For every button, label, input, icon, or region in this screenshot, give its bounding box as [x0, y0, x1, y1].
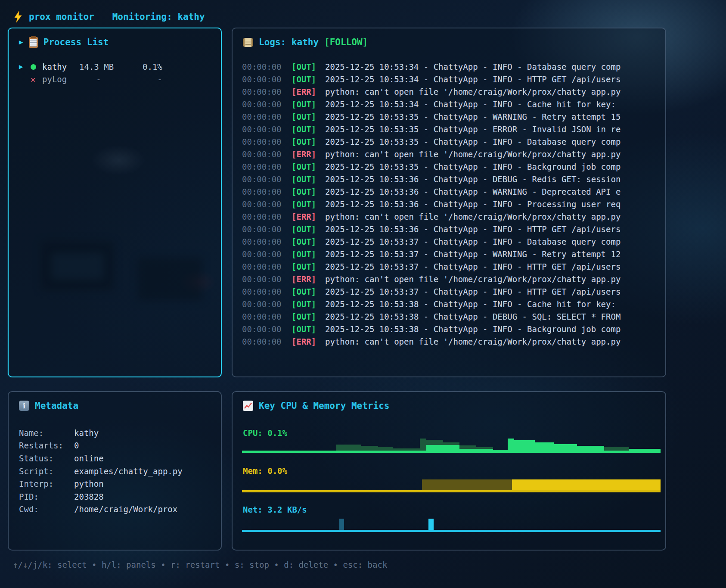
log-line: 00:00:00[OUT]2025-12-25 10:53:35 - Chatt…	[242, 110, 658, 123]
log-line: 00:00:00[OUT]2025-12-25 10:53:34 - Chatt…	[242, 98, 658, 110]
log-message: 2025-12-25 10:53:34 - ChattyApp - INFO -…	[325, 100, 658, 109]
log-line: 00:00:00[OUT]2025-12-25 10:53:36 - Chatt…	[242, 173, 658, 185]
log-line: 00:00:00[OUT]2025-12-25 10:53:35 - Chatt…	[242, 160, 658, 173]
log-timestamp: 00:00:00	[242, 224, 282, 234]
metadata-title: Metadata	[35, 401, 78, 411]
log-message: python: can't open file '/home/craig/Wor…	[325, 337, 658, 346]
log-message: 2025-12-25 10:53:38 - ChattyApp - INFO -…	[325, 299, 658, 309]
cpu_history-segment-dim	[443, 442, 460, 445]
net_history-segment-dim	[339, 519, 344, 530]
cpu_history-segment-dim	[476, 447, 493, 449]
log-tag-err: [ERR]	[292, 274, 316, 284]
process-list-panel[interactable]: ▶ Process List ▶kathy14.3 MB0.1%✕pyLog--	[8, 28, 222, 377]
process-row[interactable]: ✕pyLog--	[19, 73, 211, 85]
log-message: 2025-12-25 10:53:38 - ChattyApp - DEBUG …	[325, 312, 658, 321]
log-timestamp: 00:00:00	[242, 274, 282, 284]
metrics-header: Key CPU & Memory Metrics	[243, 400, 389, 412]
process-list-header: ▶ Process List	[19, 36, 109, 48]
logs-title: Logs: kathy	[259, 37, 319, 47]
log-tag-out: [OUT]	[292, 62, 316, 72]
log-timestamp: 00:00:00	[242, 124, 282, 134]
lightning-bolt-icon	[13, 11, 23, 23]
mem-sparkline-chart	[242, 479, 661, 492]
log-message: 2025-12-25 10:53:37 - ChattyApp - WARNIN…	[325, 249, 658, 259]
log-timestamp: 00:00:00	[242, 312, 282, 321]
cpu_history-segment	[535, 442, 554, 451]
cpu_history-segment	[443, 445, 460, 451]
log-message: 2025-12-25 10:53:35 - ChattyApp - WARNIN…	[325, 112, 658, 121]
chart-increasing-icon	[243, 401, 253, 411]
metadata-label: Restarts:	[19, 441, 74, 450]
log-timestamp: 00:00:00	[242, 199, 282, 209]
logs-header: Logs: kathy [FOLLOW]	[243, 36, 368, 48]
process-list-title: Process List	[43, 37, 109, 47]
log-timestamp: 00:00:00	[242, 262, 282, 271]
log-message: 2025-12-25 10:53:36 - ChattyApp - INFO -…	[325, 199, 658, 209]
log-tag-out: [OUT]	[292, 312, 316, 321]
log-tag-out: [OUT]	[292, 287, 316, 296]
log-timestamp: 00:00:00	[242, 237, 282, 246]
log-timestamp: 00:00:00	[242, 112, 282, 121]
log-tag-err: [ERR]	[292, 149, 316, 159]
app-header: prox monitor Monitoring: kathy	[13, 10, 205, 23]
metadata-row: PID:203828	[19, 490, 211, 503]
log-message: 2025-12-25 10:53:35 - ChattyApp - INFO -…	[325, 162, 658, 171]
cpu_history-segment	[629, 449, 661, 451]
log-message: 2025-12-25 10:53:36 - ChattyApp - INFO -…	[325, 224, 658, 234]
metadata-label: Cwd:	[19, 504, 74, 514]
log-tag-out: [OUT]	[292, 262, 316, 271]
log-line: 00:00:00[ERR]python: can't open file '/h…	[242, 210, 658, 223]
metadata-row: Status:online	[19, 452, 211, 465]
log-message: python: can't open file '/home/craig/Wor…	[325, 274, 658, 284]
metadata-label: PID:	[19, 492, 74, 501]
scroll-icon	[243, 38, 253, 47]
net-sparkline-chart	[242, 519, 661, 532]
log-line: 00:00:00[ERR]python: can't open file '/h…	[242, 85, 658, 98]
log-message: 2025-12-25 10:53:37 - ChattyApp - INFO -…	[325, 262, 658, 271]
log-line: 00:00:00[OUT]2025-12-25 10:53:38 - Chatt…	[242, 298, 658, 310]
cpu_history-segment-dim	[378, 447, 393, 451]
log-line: 00:00:00[OUT]2025-12-25 10:53:37 - Chatt…	[242, 260, 658, 273]
log-line: 00:00:00[OUT]2025-12-25 10:53:37 - Chatt…	[242, 285, 658, 298]
logs-panel[interactable]: Logs: kathy [FOLLOW] 00:00:00[OUT]2025-1…	[232, 28, 666, 377]
mem_history-baseline	[242, 490, 661, 492]
log-timestamp: 00:00:00	[242, 187, 282, 196]
log-line: 00:00:00[OUT]2025-12-25 10:53:38 - Chatt…	[242, 323, 658, 335]
cpu-sparkline-chart	[242, 439, 661, 453]
info-icon: i	[19, 401, 29, 411]
log-tag-out: [OUT]	[292, 237, 316, 246]
process-cpu: 0.1%	[143, 62, 177, 72]
cpu_history-segment	[459, 449, 476, 451]
log-timestamp: 00:00:00	[242, 100, 282, 109]
mem-value-label: Mem: 0.0%	[243, 466, 287, 476]
cpu_history-segment-dim	[336, 445, 361, 451]
mem_history-segment	[512, 479, 661, 490]
online-dot-icon	[31, 62, 42, 72]
log-timestamp: 00:00:00	[242, 137, 282, 146]
log-tag-out: [OUT]	[292, 75, 316, 84]
log-line: 00:00:00[ERR]python: can't open file '/h…	[242, 273, 658, 285]
expand-arrow-icon: ▶	[19, 39, 23, 46]
clipboard-icon	[29, 37, 38, 48]
log-timestamp: 00:00:00	[242, 212, 282, 221]
log-timestamp: 00:00:00	[242, 287, 282, 296]
log-timestamp: 00:00:00	[242, 75, 282, 84]
log-tag-err: [ERR]	[292, 212, 316, 221]
log-message: 2025-12-25 10:53:36 - ChattyApp - WARNIN…	[325, 187, 658, 196]
log-timestamp: 00:00:00	[242, 62, 282, 72]
metadata-label: Interp:	[19, 479, 74, 488]
process-row[interactable]: ▶kathy14.3 MB0.1%	[19, 60, 211, 73]
log-line: 00:00:00[ERR]python: can't open file '/h…	[242, 335, 658, 348]
log-line: 00:00:00[OUT]2025-12-25 10:53:35 - Chatt…	[242, 135, 658, 148]
mem_history-segment-dim	[422, 479, 512, 490]
app-title: prox monitor	[29, 12, 94, 22]
log-message: 2025-12-25 10:53:34 - ChattyApp - INFO -…	[325, 75, 658, 84]
log-message: 2025-12-25 10:53:38 - ChattyApp - INFO -…	[325, 324, 658, 334]
log-lines: 00:00:00[OUT]2025-12-25 10:53:34 - Chatt…	[242, 60, 658, 348]
metadata-fields: Name:kathyRestarts:0Status:onlineScript:…	[19, 426, 211, 516]
log-tag-err: [ERR]	[292, 87, 316, 96]
log-message: 2025-12-25 10:53:37 - ChattyApp - INFO -…	[325, 237, 658, 246]
net-value-label: Net: 3.2 KB/s	[243, 505, 307, 514]
cpu_history-segment-dim	[604, 447, 629, 451]
log-message: 2025-12-25 10:53:34 - ChattyApp - INFO -…	[325, 62, 658, 72]
